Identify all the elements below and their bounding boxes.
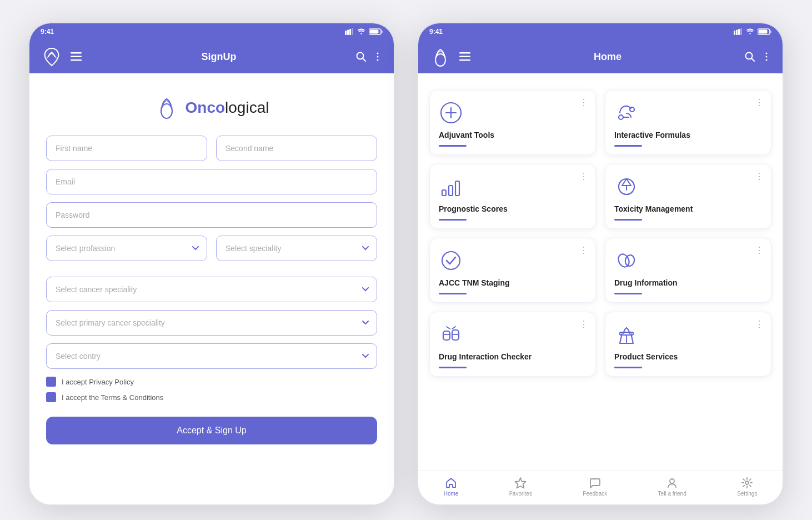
bottom-nav-feedback[interactable]: Feedback (583, 477, 607, 497)
cancer-speciality-select[interactable]: Select cancer speciality (46, 277, 377, 302)
country-select[interactable]: Select contry (46, 343, 377, 369)
primary-cancer-select[interactable]: Select primary cancer speciality (46, 310, 377, 336)
svg-point-46 (442, 252, 460, 269)
product-services-underline (614, 367, 642, 368)
card-dots-8[interactable]: ⋮ (755, 319, 764, 329)
svg-rect-6 (382, 31, 383, 33)
svg-rect-7 (71, 52, 82, 54)
speciality-select[interactable]: Select speciality (216, 236, 377, 261)
home-content: ⋮ Adjuvant Tools ⋮ (418, 73, 783, 471)
drug-information-icon (614, 248, 639, 273)
signup-button[interactable]: Accept & Sign Up (46, 417, 377, 444)
adjuvant-tools-underline (439, 145, 467, 147)
search-icon-left[interactable] (356, 52, 366, 62)
profession-select[interactable]: Select profassion (46, 236, 207, 261)
svg-rect-21 (759, 30, 768, 34)
drug-information-label: Drug Information (614, 278, 762, 287)
card-ajcc-staging[interactable]: ⋮ AJCC TNM Staging (429, 238, 596, 303)
bottom-nav-favorites-label: Favorites (509, 491, 532, 497)
svg-point-31 (766, 59, 768, 61)
more-icon-right[interactable] (761, 52, 771, 62)
product-services-label: Product Services (614, 352, 762, 361)
card-adjuvant-tools[interactable]: ⋮ Adjuvant Tools (429, 90, 596, 155)
interactive-formulas-underline (614, 145, 642, 147)
card-dots-2[interactable]: ⋮ (755, 97, 764, 108)
password-input[interactable] (46, 202, 377, 228)
first-name-input[interactable] (46, 136, 207, 161)
terms-checkbox-row: I accept the Terms & Conditions (46, 392, 377, 402)
svg-rect-3 (352, 28, 353, 35)
nav-left-right (429, 46, 470, 68)
card-dots-1[interactable]: ⋮ (579, 97, 589, 108)
svg-point-23 (435, 54, 445, 66)
card-dots-7[interactable]: ⋮ (579, 319, 589, 329)
card-dots-4[interactable]: ⋮ (755, 171, 764, 182)
svg-point-30 (766, 56, 768, 58)
card-toxicity-management[interactable]: ⋮ Toxicity Management (605, 164, 771, 229)
svg-line-28 (751, 58, 754, 61)
svg-rect-25 (459, 56, 470, 58)
svg-rect-26 (459, 59, 470, 61)
svg-rect-8 (71, 56, 82, 58)
status-bar-right: 9:41 (418, 23, 783, 40)
svg-rect-49 (443, 331, 450, 340)
drug-information-underline (614, 293, 642, 294)
logo-area: Oncological (46, 96, 377, 120)
svg-point-12 (377, 53, 379, 54)
home-phone: 9:41 Home (417, 22, 784, 506)
svg-point-57 (745, 481, 749, 484)
svg-rect-16 (734, 31, 735, 35)
email-input[interactable] (46, 169, 377, 194)
svg-point-35 (630, 107, 634, 112)
svg-rect-24 (459, 52, 470, 54)
nav-right-right (745, 52, 771, 62)
navbar-right: Home (418, 40, 783, 73)
svg-rect-38 (442, 190, 446, 196)
search-icon-right[interactable] (745, 52, 755, 62)
card-prognostic-scores[interactable]: ⋮ Prognostic Scores (429, 164, 596, 229)
drug-interaction-label: Drug Interaction Checker (439, 352, 587, 361)
bottom-nav-tell-friend[interactable]: Tell a friend (658, 477, 686, 497)
svg-rect-17 (736, 30, 738, 36)
second-name-input[interactable] (216, 136, 377, 161)
more-icon-left[interactable] (373, 52, 383, 62)
svg-point-29 (766, 53, 768, 54)
privacy-checkbox[interactable] (46, 377, 56, 387)
time-left: 9:41 (41, 28, 54, 36)
card-dots-6[interactable]: ⋮ (755, 245, 764, 256)
bottom-nav-settings[interactable]: Settings (737, 477, 757, 497)
adjuvant-tools-label: Adjuvant Tools (439, 131, 587, 139)
svg-rect-39 (449, 186, 453, 196)
svg-rect-0 (345, 31, 347, 35)
nav-left-left (41, 46, 82, 68)
product-services-icon (614, 322, 639, 347)
svg-point-15 (161, 104, 172, 118)
bottom-nav-home[interactable]: Home (444, 477, 459, 497)
bottom-nav-favorites[interactable]: Favorites (509, 477, 532, 497)
status-icons-left (345, 28, 383, 35)
app-logo-icon (154, 96, 179, 120)
svg-rect-51 (452, 330, 459, 340)
card-dots-3[interactable]: ⋮ (579, 171, 589, 182)
bottom-nav: Home Favorites Feedback Tell a friend (418, 471, 783, 504)
privacy-label: I accept Privacy Policy (62, 378, 134, 386)
bottom-nav-home-label: Home (444, 491, 459, 497)
status-icons-right (734, 28, 771, 35)
card-product-services[interactable]: ⋮ Product Services (605, 312, 771, 377)
svg-rect-40 (455, 181, 459, 196)
toxicity-management-label: Toxicity Management (614, 204, 762, 213)
toxicity-management-icon (614, 174, 639, 199)
time-right: 9:41 (429, 28, 443, 36)
menu-icon-left[interactable] (71, 52, 82, 61)
svg-rect-1 (347, 30, 349, 36)
terms-checkbox[interactable] (46, 392, 56, 402)
card-dots-5[interactable]: ⋮ (579, 245, 589, 256)
card-drug-interaction[interactable]: ⋮ Drug Interaction Checker (429, 312, 596, 377)
svg-line-11 (363, 58, 365, 61)
card-drug-information[interactable]: ⋮ Drug Information (605, 238, 771, 303)
nav-title-right: Home (470, 51, 745, 63)
menu-icon-right[interactable] (459, 52, 470, 61)
privacy-checkbox-row: I accept Privacy Policy (46, 377, 377, 387)
card-interactive-formulas[interactable]: ⋮ Interactive Formulas (605, 90, 771, 155)
drug-interaction-icon (439, 322, 463, 347)
